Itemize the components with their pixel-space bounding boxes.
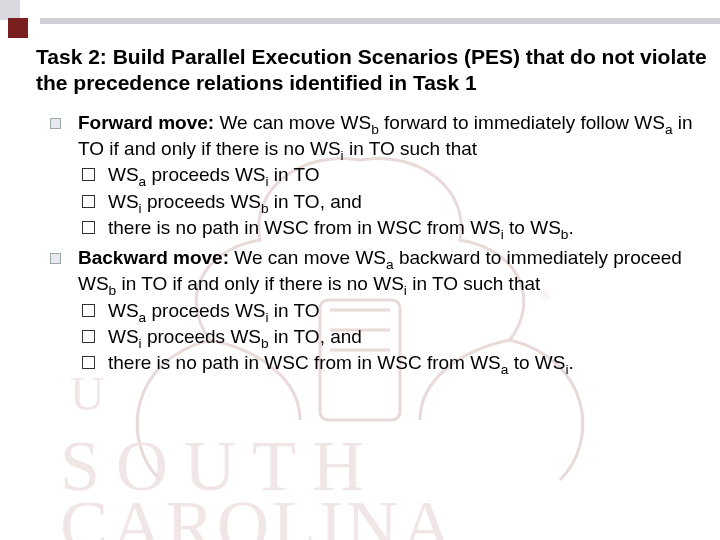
- sub-bullet: there is no path in WSC from in WSC from…: [78, 215, 696, 241]
- hollow-box-icon: [82, 168, 95, 181]
- sub-bullet: WSa proceeds WSi in TO: [78, 298, 696, 324]
- hollow-box-icon: [82, 195, 95, 208]
- sub-bullet: WSi proceeds WSb in TO, and: [78, 324, 696, 350]
- hollow-box-icon: [82, 304, 95, 317]
- square-bullet-icon: [50, 118, 61, 129]
- slide-body: Forward move: We can move WSb forward to…: [48, 110, 696, 380]
- hollow-box-icon: [82, 221, 95, 234]
- slide-title: Task 2: Build Parallel Execution Scenari…: [36, 44, 710, 97]
- bullet-backward: Backward move: We can move WSa backward …: [48, 245, 696, 376]
- svg-text:CAROLINA: CAROLINA: [60, 486, 456, 540]
- hollow-box-icon: [82, 356, 95, 369]
- decoration-bar: [40, 18, 720, 24]
- decoration-squares: [0, 0, 40, 20]
- hollow-box-icon: [82, 330, 95, 343]
- backward-label: Backward move:: [78, 247, 229, 268]
- forward-label: Forward move:: [78, 112, 214, 133]
- square-bullet-icon: [50, 253, 61, 264]
- sub-bullet: there is no path in WSC from in WSC from…: [78, 350, 696, 376]
- sub-bullet: WSa proceeds WSi in TO: [78, 162, 696, 188]
- bullet-forward: Forward move: We can move WSb forward to…: [48, 110, 696, 241]
- svg-text:SOUTH: SOUTH: [60, 426, 380, 506]
- sub-bullet: WSi proceeds WSb in TO, and: [78, 189, 696, 215]
